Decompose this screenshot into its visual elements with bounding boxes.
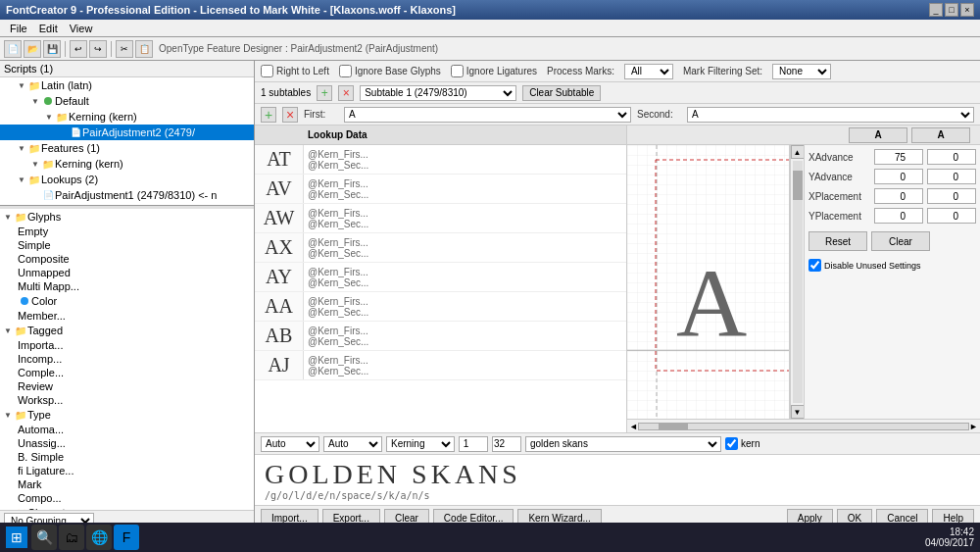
bottom-number1[interactable] <box>459 436 488 452</box>
tree-bsimple[interactable]: B. Simple <box>0 450 254 464</box>
tree-unassig[interactable]: Unassig... <box>0 436 254 450</box>
kern-checkbox[interactable] <box>725 437 738 450</box>
tree-simple[interactable]: Simple <box>0 238 254 252</box>
tree-item-default[interactable]: ▼ Default <box>0 93 254 109</box>
scroll-thumb[interactable] <box>793 171 803 200</box>
toolbar-undo[interactable]: ↩ <box>70 40 87 58</box>
bottom-number2[interactable] <box>492 436 521 452</box>
clear-subtable-button[interactable]: Clear Subtable <box>522 85 601 101</box>
toolbar-btn4[interactable]: 📋 <box>135 40 153 58</box>
scroll-left-button[interactable]: ◄ <box>629 422 638 431</box>
add-pair-button[interactable]: + <box>261 107 276 123</box>
taskbar-app1[interactable]: 🔍 <box>31 525 57 550</box>
start-button[interactable]: ⊞ <box>6 527 27 548</box>
tree-item-kerning[interactable]: ▼ 📁 Kerning (kern) <box>0 109 254 125</box>
yadvance-input2[interactable] <box>927 169 976 184</box>
xplacement-input1[interactable] <box>874 188 923 204</box>
menu-edit[interactable]: Edit <box>33 22 64 35</box>
taskbar-fontcreator[interactable]: F <box>114 525 139 550</box>
yplacement-input1[interactable] <box>874 208 923 224</box>
list-item[interactable]: AV @Kern_Firs... @Kern_Sec... <box>255 175 626 204</box>
glyphs-tree[interactable]: ▼ 📁 Glyphs Empty Simple Composite Unmapp… <box>0 209 254 510</box>
list-item[interactable]: AW @Kern_Firs... @Kern_Sec... <box>255 204 626 233</box>
tree-multimapp[interactable]: Multi Mapp... <box>0 279 254 293</box>
taskbar-app2[interactable]: 🗂 <box>59 525 84 550</box>
tree-item-kern-feature[interactable]: ▼ 📁 Kerning (kern) <box>0 156 254 172</box>
remove-subtable-button[interactable]: × <box>338 85 354 101</box>
list-item[interactable]: AX @Kern_Firs... @Kern_Sec... <box>255 233 626 263</box>
list-item[interactable]: AA @Kern_Firs... @Kern_Sec... <box>255 292 626 322</box>
right-to-left-checkbox[interactable] <box>261 65 273 77</box>
tree-item-pair1[interactable]: 📄 PairAdjustment1 (2479/8310) <- n <box>0 187 254 203</box>
tree-worksp[interactable]: Worksp... <box>0 393 254 407</box>
taskbar-app3[interactable]: 🌐 <box>86 525 112 550</box>
expand-icon: ▼ <box>4 213 14 222</box>
ignore-base-checkbox[interactable] <box>339 65 352 77</box>
add-subtable-button[interactable]: + <box>317 85 332 101</box>
toolbar-open[interactable]: 📂 <box>24 40 41 58</box>
toolbar-btn3[interactable]: ✂ <box>116 40 133 58</box>
yplacement-input2[interactable] <box>927 208 976 224</box>
xadvance-input2[interactable] <box>927 149 976 165</box>
bottom-select2[interactable]: Auto <box>323 436 382 452</box>
tree-review[interactable]: Review <box>0 379 254 393</box>
scroll-up-button[interactable]: ▲ <box>791 145 805 159</box>
toolbar-redo[interactable]: ↪ <box>89 40 107 58</box>
tree-color[interactable]: Color <box>0 293 254 309</box>
toolbar-save[interactable]: 💾 <box>43 40 61 58</box>
list-item[interactable]: AT @Kern_Firs... @Kern_Sec... <box>255 145 626 175</box>
clear-values-button[interactable]: Clear <box>871 231 930 251</box>
reset-button[interactable]: Reset <box>808 231 867 251</box>
menu-file[interactable]: File <box>4 22 33 35</box>
tree-mark[interactable]: Mark <box>0 477 254 491</box>
scroll-track-h[interactable] <box>638 423 969 430</box>
tree-container[interactable]: ▼ 📁 Latin (latn) ▼ Default ▼ 📁 Kerning (… <box>0 77 254 205</box>
tree-unmapped[interactable]: Unmapped <box>0 266 254 279</box>
horizontal-scrollbar[interactable]: ◄ ► <box>627 419 980 432</box>
tree-tagged[interactable]: ▼ 📁 Tagged <box>0 323 254 338</box>
tree-empty[interactable]: Empty <box>0 225 254 238</box>
menu-view[interactable]: View <box>64 22 99 35</box>
mark-filtering-select[interactable]: None <box>772 64 831 79</box>
tree-incomp[interactable]: Incomp... <box>0 352 254 366</box>
tree-comple[interactable]: Comple... <box>0 366 254 379</box>
tree-automa[interactable]: Automa... <box>0 423 254 436</box>
bottom-select3[interactable]: Kerning <box>386 436 455 452</box>
tree-composite[interactable]: Composite <box>0 252 254 266</box>
process-marks-select[interactable]: All <box>624 64 673 79</box>
second-select[interactable]: A <box>687 107 974 123</box>
scroll-thumb-h[interactable] <box>659 424 688 429</box>
subtable-select[interactable]: Subtable 1 (2479/8310) <box>360 85 516 101</box>
tree-member[interactable]: Member... <box>0 309 254 323</box>
ignore-ligatures-checkbox[interactable] <box>451 65 464 77</box>
scroll-right-button[interactable]: ► <box>969 422 978 431</box>
maximize-button[interactable]: □ <box>945 3 958 17</box>
minimize-button[interactable]: _ <box>929 3 943 17</box>
list-item[interactable]: AJ @Kern_Firs... @Kern_Sec... <box>255 351 626 380</box>
scroll-track[interactable] <box>793 161 803 403</box>
xplacement-input2[interactable] <box>927 188 976 204</box>
tree-type[interactable]: ▼ 📁 Type <box>0 407 254 423</box>
tree-ligature[interactable]: fi Ligature... <box>0 464 254 477</box>
bottom-select1[interactable]: Auto <box>261 436 319 452</box>
yadvance-input1[interactable] <box>874 169 923 184</box>
close-button[interactable]: × <box>960 3 974 17</box>
tree-item-features[interactable]: ▼ 📁 Features (1) <box>0 140 254 156</box>
tree-glyphs[interactable]: ▼ 📁 Glyphs <box>0 209 254 225</box>
remove-pair-button[interactable]: × <box>282 107 298 123</box>
first-select[interactable]: A <box>344 107 631 123</box>
tree-item-latin[interactable]: ▼ 📁 Latin (latn) <box>0 77 254 93</box>
tree-item-pair2[interactable]: 📄 PairAdjustment2 (2479/ <box>0 125 254 140</box>
tree-item-lookups[interactable]: ▼ 📁 Lookups (2) <box>0 172 254 187</box>
vertical-scrollbar[interactable]: ▲ ▼ <box>790 145 804 419</box>
lookup-list-inner[interactable]: Lookup Data AT @Kern_Firs... @Kern_Sec..… <box>255 125 626 432</box>
toolbar-new[interactable]: 📄 <box>4 40 22 58</box>
tree-importa[interactable]: Importa... <box>0 338 254 352</box>
xadvance-input1[interactable] <box>874 149 923 165</box>
disable-unused-checkbox[interactable] <box>808 259 821 272</box>
list-item[interactable]: AY @Kern_Firs... @Kern_Sec... <box>255 263 626 292</box>
list-item[interactable]: AB @Kern_Firs... @Kern_Sec... <box>255 322 626 351</box>
bottom-text-select[interactable]: golden skans <box>525 436 721 452</box>
tree-compoo[interactable]: Compo... <box>0 491 254 505</box>
scroll-down-button[interactable]: ▼ <box>791 405 805 419</box>
